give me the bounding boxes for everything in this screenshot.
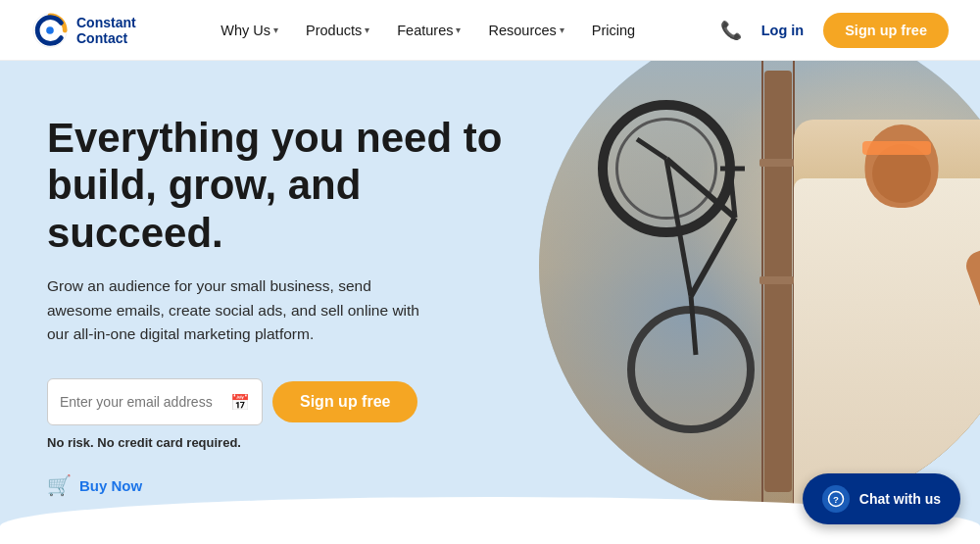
buy-now-link[interactable]: 🛒 Buy Now: [47, 473, 537, 497]
svg-line-5: [637, 139, 666, 159]
chevron-down-icon: ▾: [365, 25, 369, 35]
hero-signup-button[interactable]: Sign up free: [272, 381, 417, 422]
nav-why-us[interactable]: Why Us ▾: [209, 15, 290, 46]
header: Constant Contact Why Us ▾ Products ▾ Fea…: [0, 0, 980, 61]
header-right: 📞 Log in Sign up free: [720, 13, 949, 48]
chevron-down-icon: ▾: [560, 25, 564, 35]
svg-point-1: [46, 26, 54, 34]
phone-icon[interactable]: 📞: [720, 20, 742, 41]
hero-circle: [539, 61, 980, 512]
nav-resources[interactable]: Resources ▾: [476, 15, 575, 46]
cart-icon: 🛒: [47, 473, 72, 497]
calendar-icon: 📅: [230, 393, 250, 412]
nav-features[interactable]: Features ▾: [385, 15, 472, 46]
svg-line-3: [691, 218, 735, 296]
hero-title: Everything you need to build, grow, and …: [47, 115, 537, 257]
buy-now-label: Buy Now: [79, 477, 142, 494]
logo-text: Constant Contact: [76, 15, 136, 46]
email-input[interactable]: [60, 394, 217, 410]
header-signup-button[interactable]: Sign up free: [823, 13, 949, 48]
svg-rect-11: [760, 159, 794, 167]
main-nav: Why Us ▾ Products ▾ Features ▾ Resources…: [209, 15, 647, 46]
no-risk-text: No risk. No credit card required.: [47, 435, 537, 450]
person-body: [794, 120, 980, 512]
hero-content: Everything you need to build, grow, and …: [47, 115, 537, 497]
email-input-wrap: 📅: [47, 378, 263, 425]
svg-line-8: [691, 296, 696, 355]
question-icon: ?: [827, 490, 845, 508]
chat-label: Chat with us: [859, 491, 941, 507]
email-signup-row: 📅 Sign up free: [47, 378, 537, 425]
chat-widget[interactable]: ? Chat with us: [803, 473, 960, 524]
logo[interactable]: Constant Contact: [31, 12, 136, 49]
nav-pricing[interactable]: Pricing: [580, 15, 647, 46]
hero-section: Everything you need to build, grow, and …: [0, 61, 980, 536]
chat-icon: ?: [822, 485, 850, 513]
bottom-section: All the digital marketing tools you need…: [0, 536, 980, 544]
svg-rect-12: [760, 276, 794, 284]
chevron-down-icon: ▾: [273, 25, 278, 35]
login-button[interactable]: Log in: [758, 17, 808, 44]
logo-icon: [31, 12, 69, 49]
chevron-down-icon: ▾: [456, 25, 461, 35]
nav-products[interactable]: Products ▾: [294, 15, 381, 46]
hero-subtitle: Grow an audience for your small business…: [47, 274, 419, 347]
svg-text:?: ?: [833, 494, 839, 505]
